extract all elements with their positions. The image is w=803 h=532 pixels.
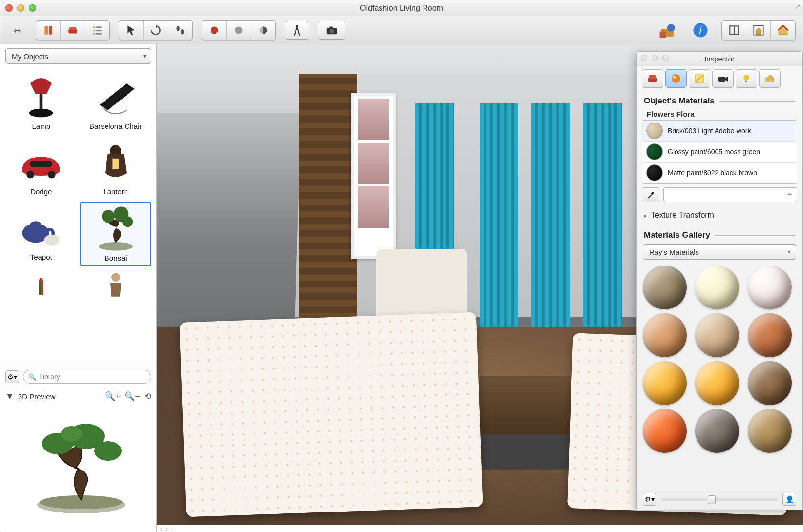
objects-category-dropdown[interactable]: My Objects (5, 48, 151, 64)
object-item-figure[interactable] (80, 269, 152, 299)
app-window: Oldfashion Living Room ⤢ ⇿ i (0, 0, 803, 532)
svg-rect-54 (745, 81, 747, 82)
inspector-gear-button[interactable]: ⚙▾ (643, 493, 656, 506)
svg-rect-48 (649, 75, 656, 79)
svg-rect-9 (96, 33, 102, 34)
svg-rect-32 (112, 159, 119, 169)
viewport-splitter[interactable]: ⋮⋮⋮ (157, 525, 803, 532)
rotate-tool-button[interactable] (144, 21, 168, 40)
window-title: Oldfashion Living Room (360, 4, 443, 13)
library-search-input[interactable]: Library (23, 370, 151, 384)
svg-point-37 (102, 210, 114, 223)
material-options-button[interactable]: ≡ (663, 187, 797, 202)
gallery-material[interactable] (643, 266, 687, 309)
eyedropper-button[interactable] (642, 187, 659, 202)
preview-collapse-icon[interactable]: ▼ (5, 391, 14, 402)
inspector-tab-measure[interactable] (689, 69, 710, 88)
preview-3d-pane[interactable] (0, 405, 156, 532)
object-label: Barselona Chair (89, 122, 142, 130)
zoom-out-button[interactable]: 🔍− (124, 391, 140, 402)
svg-rect-52 (718, 77, 725, 82)
svg-point-10 (176, 26, 180, 31)
object-item-barselona-chair[interactable]: Barselona Chair (80, 71, 152, 133)
zoom-slider[interactable] (661, 498, 778, 501)
dropdown-label: Ray's Materials (649, 248, 699, 256)
minimize-window-button[interactable] (17, 4, 24, 12)
svg-point-21 (667, 24, 675, 31)
inspector-tab-object[interactable] (642, 69, 663, 88)
gallery-material[interactable] (643, 409, 687, 453)
gallery-material[interactable] (695, 361, 739, 405)
layout-2d-button[interactable] (722, 21, 746, 40)
object-item-tulip[interactable] (5, 269, 77, 299)
gallery-category-dropdown[interactable]: Ray's Materials (643, 244, 796, 260)
fullscreen-icon[interactable]: ⤢ (795, 2, 801, 10)
color-picker-row: ≡ (642, 187, 797, 202)
gallery-material[interactable] (748, 361, 792, 405)
object-item-dodge[interactable]: Dodge (5, 136, 77, 199)
info-button[interactable]: i (688, 21, 713, 40)
material-row[interactable]: Glossy paint/6005 moss green (642, 142, 797, 163)
svg-rect-55 (651, 191, 654, 195)
svg-rect-1 (49, 26, 52, 34)
gallery-material[interactable] (643, 361, 687, 405)
gallery-material[interactable] (748, 266, 792, 309)
svg-point-31 (48, 171, 56, 178)
svg-rect-18 (329, 26, 333, 28)
inspector-zoom-button[interactable] (662, 55, 669, 61)
select-tool-button[interactable] (119, 21, 144, 40)
texture-transform-disclosure[interactable]: Texture Transform (637, 205, 802, 225)
inspector-titlebar: Inspector (637, 52, 802, 66)
svg-point-39 (122, 216, 133, 227)
nav-toggle-icon[interactable]: ⇿ (7, 24, 27, 36)
objects-grid: Lamp Barselona Chair Dodge Lantern (0, 68, 156, 366)
inspector-tab-building[interactable] (759, 69, 781, 88)
gallery-material[interactable] (748, 313, 792, 357)
inspector-user-button[interactable]: 👤 (782, 493, 796, 506)
object-item-teapot[interactable]: Teapot (5, 202, 77, 266)
inspector-tab-camera[interactable] (712, 69, 734, 88)
material-row[interactable]: Brick/003 Light Adobe-work (642, 121, 797, 142)
dropdown-label: My Objects (12, 52, 48, 61)
inspector-panel: Inspector Object's Materials Flowers Flo… (636, 51, 803, 510)
section-label: Materials Gallery (644, 230, 710, 240)
object-item-lamp[interactable]: Lamp (5, 71, 77, 133)
record-gray-button[interactable] (227, 21, 251, 40)
gallery-material[interactable] (643, 313, 687, 357)
gallery-material[interactable] (748, 409, 792, 453)
warehouse-button[interactable] (655, 21, 679, 40)
gallery-material[interactable] (695, 313, 739, 357)
footprint-tool-button[interactable] (168, 21, 192, 40)
view-list-button[interactable] (85, 21, 109, 40)
material-row[interactable]: Matte paint/8022 black brown (642, 163, 797, 183)
layout-3d-house-button[interactable] (746, 21, 771, 40)
svg-point-34 (30, 221, 41, 226)
view-furniture-button[interactable] (61, 21, 85, 40)
home-button[interactable] (771, 21, 795, 40)
inspector-close-button[interactable] (641, 55, 647, 61)
sidebar-gear-button[interactable]: ⚙▾ (5, 370, 19, 383)
snapshot-button[interactable] (318, 21, 345, 40)
view-building-button[interactable] (36, 21, 61, 40)
inspector-tab-materials[interactable] (665, 69, 687, 88)
zoom-fit-button[interactable]: ⟲ (144, 391, 151, 402)
materials-gallery-grid (637, 262, 802, 489)
object-item-bonsai[interactable]: Bonsai (80, 202, 152, 266)
svg-point-28 (29, 109, 53, 118)
close-window-button[interactable] (5, 4, 13, 12)
zoom-in-button[interactable]: 🔍+ (105, 391, 121, 402)
inspector-tab-light[interactable] (736, 69, 757, 88)
object-item-lantern[interactable]: Lantern (80, 136, 152, 199)
inspector-footer: ⚙▾ 👤 (637, 489, 802, 510)
gallery-material[interactable] (695, 266, 739, 309)
gallery-material[interactable] (695, 409, 739, 453)
record-red-button[interactable] (202, 21, 227, 40)
svg-rect-27 (40, 94, 43, 110)
walk-mode-button[interactable] (285, 21, 309, 40)
zoom-window-button[interactable] (29, 4, 36, 12)
record-half-button[interactable] (251, 21, 275, 40)
traffic-lights (5, 4, 36, 12)
material-label: Matte paint/8022 black brown (668, 169, 757, 177)
inspector-minimize-button[interactable] (652, 55, 658, 61)
svg-point-40 (111, 273, 120, 282)
